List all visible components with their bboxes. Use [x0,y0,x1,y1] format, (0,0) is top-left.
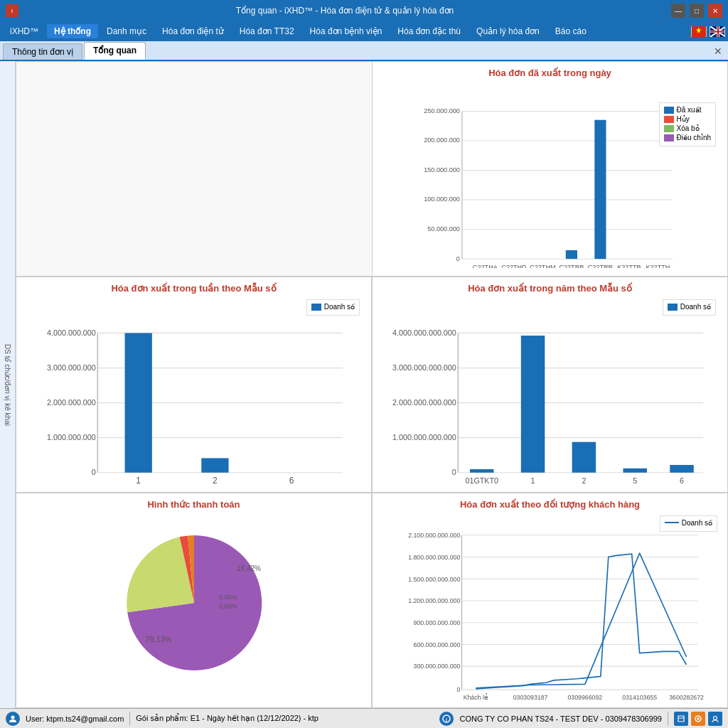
svg-text:900.000.000.000: 900.000.000.000 [414,619,461,626]
svg-text:50.000.000: 50.000.000 [427,225,460,232]
svg-rect-32 [594,120,606,259]
toolbar-icon-1[interactable] [674,712,688,726]
status-bar: User: ktpm.ts24@gmail.com Gói sản phẩm: … [0,708,728,728]
svg-text:i: i [11,9,13,14]
svg-text:3.000.000.000.000: 3.000.000.000.000 [392,363,456,372]
language-flags [691,26,725,37]
svg-text:3.000.000.000: 3.000.000.000 [47,363,96,372]
svg-text:5: 5 [633,477,637,484]
chart2-legend: Doanh số [306,299,360,316]
svg-text:C22TRR: C22TRR [588,264,614,268]
chart5-svg: 0 300.000.000.000 600.000.000.000 900.00… [378,513,722,700]
menu-hoa-don-tt32[interactable]: Hóa đơn TT32 [232,24,301,38]
svg-text:150.000.000: 150.000.000 [424,166,460,173]
svg-text:1: 1 [531,477,535,484]
chart2-svg: 0 1.000.000.000 2.000.000.000 3.000.000.… [22,296,365,483]
toolbar-icon-3[interactable] [708,712,722,726]
info-icon: i [439,712,454,726]
chart1-legend: Đã xuất Hủy Xóa bỏ Điều chỉnh [659,102,716,146]
svg-point-104 [714,716,717,719]
svg-text:4.000.000.000.000: 4.000.000.000.000 [392,328,456,337]
svg-text:18,42%: 18,42% [237,564,261,572]
svg-text:01GTKT0: 01GTKT0 [465,477,498,484]
chart3-title: Hóa đơn xuất trong năm theo Mẫu số [378,283,722,294]
title-bar: i Tổng quan - iXHD™ - Hóa đơn điện tử & … [0,0,728,21]
menu-hoa-don-dien-tu[interactable]: Hóa đơn điện tử [155,24,231,38]
svg-rect-69 [670,465,694,473]
menu-hoa-don-dac-thu[interactable]: Hóa đơn đặc thù [390,24,468,38]
svg-text:K22TTH: K22TTH [646,264,670,268]
menu-ixhd[interactable]: iXHD™ [3,24,46,38]
svg-text:6: 6 [680,477,684,484]
tabs-bar: Thông tin đơn vị Tổng quan ✕ [0,41,728,61]
app-logo-area: i [6,4,18,17]
tab-close-button[interactable]: ✕ [714,46,722,57]
legend-dieu-chinh: Điều chỉnh [677,134,711,141]
flag-vietnam[interactable] [691,26,707,37]
svg-text:79,13%: 79,13% [145,635,172,643]
svg-rect-66 [521,336,545,473]
svg-text:100.000.000: 100.000.000 [424,196,460,203]
toolbar-icon-2[interactable] [691,712,705,726]
minimize-button[interactable]: — [671,4,685,18]
maximize-button[interactable]: □ [690,4,704,18]
svg-text:6: 6 [289,476,294,484]
chart4-title: Hình thức thanh toán [22,499,365,510]
svg-text:3600282672: 3600282672 [669,694,704,700]
side-panel-text: DS tổ chức/đơn vị kê khai [4,344,11,426]
svg-text:2.000.000.000: 2.000.000.000 [47,399,96,407]
legend-huy: Hủy [677,115,690,123]
svg-text:0,00%: 0,00% [219,594,237,601]
chart3-legend: Doanh số [663,299,716,316]
svg-text:300.000.000.000: 300.000.000.000 [414,663,461,670]
svg-text:C22TRB: C22TRB [559,264,584,268]
svg-text:1.000.000.000.000: 1.000.000.000.000 [392,434,456,442]
chart-yearly-invoices: Hóa đơn xuất trong năm theo Mẫu số Doanh… [372,277,728,492]
legend-doanh-so-3: Doanh số [680,303,711,311]
svg-text:2: 2 [213,476,218,484]
svg-text:i: i [446,717,448,722]
menu-he-thong[interactable]: Hệ thống [47,24,98,38]
menu-bao-cao[interactable]: Báo cáo [548,24,594,38]
window-controls: — □ ✕ [671,4,722,18]
chart-weekly-invoices: Hóa đơn xuất trong tuần theo Mẫu số Doan… [16,277,372,492]
chart2-title: Hóa đơn xuất trong tuần theo Mẫu số [22,283,365,294]
svg-rect-65 [470,469,494,473]
window-title: Tổng quan - iXHD™ - Hóa đơn điện tử & qu… [18,6,671,16]
menu-quan-ly-hoa-don[interactable]: Quản lý hóa đơn [469,24,547,38]
tab-tong-quan[interactable]: Tổng quan [84,42,146,60]
chart5-title: Hóa đơn xuất theo đối tượng khách hàng [378,499,722,510]
svg-text:600.000.000.000: 600.000.000.000 [414,641,461,648]
svg-text:0309966092: 0309966092 [567,694,602,700]
svg-text:C22THA: C22THA [473,264,498,268]
side-panel: DS tổ chức/đơn vị kê khai [0,61,16,708]
pie-chart-svg: 79,13% 18,42% 0,00% 0,00% [102,525,287,681]
svg-text:0: 0 [452,469,456,477]
content-area: Hóa đơn đã xuất trong ngày Đã xuất Hủy X… [16,61,728,708]
svg-text:200.000.000: 200.000.000 [424,136,460,144]
chart-payment-method: Hình thức thanh toán 79,13% 18,42% [16,493,372,708]
status-divider-1 [129,712,130,726]
svg-text:1.200.000.000.000: 1.200.000.000.000 [408,597,460,604]
legend-doanh-so-2: Doanh số [324,303,355,311]
menu-hoa-don-benh-vien[interactable]: Hóa đơn bệnh viện [303,24,390,38]
svg-text:C22THM: C22THM [530,264,555,268]
svg-text:1: 1 [136,476,141,484]
status-left: User: ktpm.ts24@gmail.com Gói sản phẩm: … [6,712,434,726]
legend-da-xuat: Đã xuất [677,106,702,114]
svg-rect-10 [710,31,724,32]
svg-text:2.000.000.000.000: 2.000.000.000.000 [392,399,456,407]
svg-rect-48 [201,459,228,473]
menu-danh-muc[interactable]: Danh mục [100,24,154,38]
legend-xoa-bo: Xóa bỏ [677,124,700,132]
tab-thong-tin-don-vi[interactable]: Thông tin đơn vị [3,43,82,60]
svg-text:1.800.000.000.000: 1.800.000.000.000 [408,553,460,560]
status-right: i CONG TY CO PHAN TS24 - TEST DEV - 0309… [439,712,722,726]
main-area: DS tổ chức/đơn vị kê khai Hóa đơn đã xuấ… [0,61,728,708]
chart-daily-invoices: Hóa đơn đã xuất trong ngày Đã xuất Hủy X… [372,61,728,277]
svg-text:4.000.000.000: 4.000.000.000 [47,328,96,337]
svg-text:0: 0 [456,255,460,262]
close-button[interactable]: ✕ [708,4,722,18]
flag-english[interactable] [710,26,725,37]
chart1-title: Hóa đơn đã xuất trong ngày [378,68,722,78]
